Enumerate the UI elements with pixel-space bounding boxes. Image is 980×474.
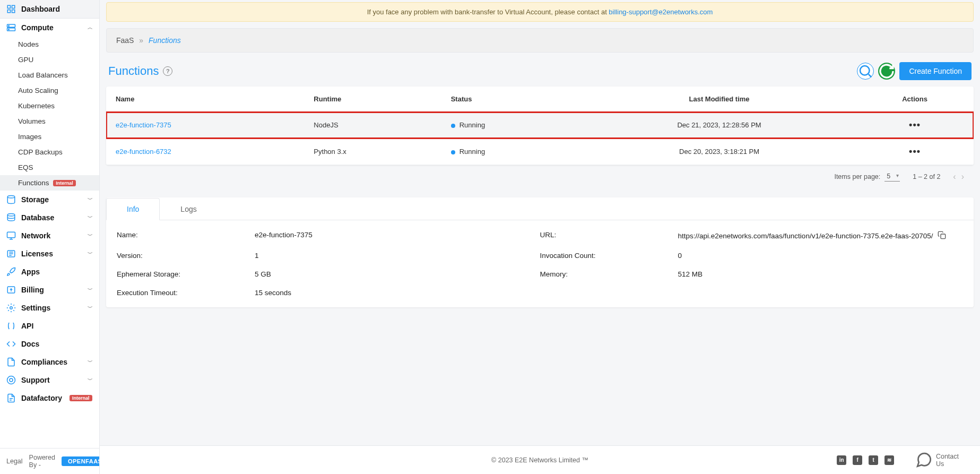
copy-icon[interactable] <box>938 231 946 241</box>
sidebar-item-compute[interactable]: Compute ︿ <box>0 19 99 37</box>
tab-logs[interactable]: Logs <box>160 198 217 220</box>
sidebar-settings-label: Settings <box>21 304 50 312</box>
svg-point-9 <box>7 214 15 217</box>
sidebar-apps-label: Apps <box>21 268 40 276</box>
sidebar-item-compliances[interactable]: Compliances ﹀ <box>0 353 99 371</box>
svg-rect-2 <box>7 10 10 13</box>
tab-info[interactable]: Info <box>106 198 160 220</box>
detail-name-label: Name: <box>117 231 255 241</box>
items-per-page-select[interactable]: 5 <box>884 171 900 182</box>
breadcrumb-root[interactable]: FaaS <box>116 36 134 45</box>
sidebar-item-docs[interactable]: Docs <box>0 335 99 353</box>
license-icon <box>6 249 16 258</box>
chevron-up-icon: ︿ <box>88 24 93 31</box>
status-dot-icon <box>451 150 455 154</box>
sidebar-docs-label: Docs <box>21 340 39 348</box>
sidebar-datafactory-label: Datafactory <box>21 394 62 402</box>
facebook-icon[interactable]: f <box>853 455 862 465</box>
sidebar-compute-label: Compute <box>21 23 54 32</box>
chevron-down-icon: ﹀ <box>88 214 93 221</box>
file-icon <box>6 357 16 367</box>
row-actions-menu[interactable]: ••• <box>909 146 921 157</box>
sidebar-item-datafactory[interactable]: Datafactory Internal <box>0 389 99 407</box>
sidebar-item-network[interactable]: Network ﹀ <box>0 227 99 245</box>
table-row[interactable]: e2e-function-7375 NodeJS Running Dec 21,… <box>106 112 974 139</box>
sidebar-sub-nodes[interactable]: Nodes <box>0 37 99 52</box>
legal-link[interactable]: Legal <box>6 458 23 465</box>
detail-invocation-label: Invocation Count: <box>540 252 678 260</box>
sidebar-item-settings[interactable]: Settings ﹀ <box>0 299 99 317</box>
sidebar-footer: Legal Powered By - OPENFAAS <box>0 448 99 474</box>
row-actions-menu[interactable]: ••• <box>909 119 921 130</box>
function-name-link[interactable]: e2e-function-6732 <box>116 148 171 156</box>
contact-us-link[interactable]: Contact Us <box>915 451 959 469</box>
svg-rect-3 <box>12 10 15 13</box>
sidebar-sub-autoscaling[interactable]: Auto Scaling <box>0 83 99 98</box>
sidebar-sub-volumes[interactable]: Volumes <box>0 114 99 129</box>
contact-us-label: Contact Us <box>936 453 959 468</box>
svg-rect-10 <box>7 232 15 238</box>
runtime-cell: Python 3.x <box>304 139 441 165</box>
detail-timeout-label: Execution Timeout: <box>117 289 255 297</box>
pagination: Items per page: 5 1 – 2 of 2 ‹ › <box>106 165 974 188</box>
sidebar-support-label: Support <box>21 376 50 384</box>
chevron-down-icon: ﹀ <box>88 304 93 312</box>
notice-email-link[interactable]: billing-support@e2enetworks.com <box>609 8 713 16</box>
openfaas-label: OPENFAAS <box>68 458 100 464</box>
notice-text: If you face any problem with bank-transf… <box>367 8 609 16</box>
code-icon <box>6 339 16 349</box>
page-title: Functions <box>108 64 159 78</box>
functions-table: Name Runtime Status Last Modified time A… <box>106 87 974 165</box>
dashboard-icon <box>6 4 16 14</box>
function-name-link[interactable]: e2e-function-7375 <box>116 121 171 129</box>
sidebar-item-support[interactable]: Support ﹀ <box>0 371 99 389</box>
sidebar-licenses-label: Licenses <box>21 249 53 258</box>
billing-icon <box>6 285 16 295</box>
sidebar-item-database[interactable]: Database ﹀ <box>0 209 99 227</box>
svg-point-15 <box>10 378 13 382</box>
create-function-button[interactable]: Create Function <box>899 62 972 80</box>
svg-point-13 <box>10 307 13 309</box>
datafactory-icon <box>6 393 16 403</box>
sidebar-sub-kubernetes[interactable]: Kubernetes <box>0 98 99 114</box>
th-runtime: Runtime <box>304 87 441 112</box>
modified-cell: Dec 21, 2023, 12:28:56 PM <box>583 112 856 139</box>
status-text: Running <box>459 148 485 156</box>
twitter-icon[interactable]: t <box>869 455 878 465</box>
refresh-button[interactable] <box>878 63 895 80</box>
detail-url-value[interactable]: https://api.e2enetworks.com/faas/functio… <box>678 232 933 240</box>
sidebar-sub-loadbalancers[interactable]: Load Balancers <box>0 67 99 83</box>
sidebar-sub-functions[interactable]: Functions Internal <box>0 175 99 191</box>
support-icon <box>6 375 16 385</box>
sidebar-sub-cdpbackups[interactable]: CDP Backups <box>0 144 99 160</box>
page-next-button[interactable]: › <box>961 172 964 182</box>
svg-rect-18 <box>941 234 946 239</box>
sidebar-database-label: Database <box>21 213 54 222</box>
openfaas-badge[interactable]: OPENFAAS <box>62 456 100 466</box>
page-prev-button[interactable]: ‹ <box>953 172 956 182</box>
sidebar-sub-eqs[interactable]: EQS <box>0 160 99 175</box>
svg-point-6 <box>8 25 10 27</box>
server-icon <box>6 23 16 32</box>
sidebar-sub-images[interactable]: Images <box>0 129 99 144</box>
sidebar-item-dashboard[interactable]: Dashboard <box>0 0 99 19</box>
help-icon[interactable]: ? <box>163 66 172 76</box>
sidebar-item-billing[interactable]: Billing ﹀ <box>0 281 99 299</box>
powered-by-label: Powered By - <box>29 454 55 469</box>
items-per-page-label: Items per page: <box>834 173 880 180</box>
sidebar-billing-label: Billing <box>21 286 44 294</box>
sidebar-item-storage[interactable]: Storage ﹀ <box>0 191 99 209</box>
table-row[interactable]: e2e-function-6732 Python 3.x Running Dec… <box>106 139 974 165</box>
sidebar-functions-label: Functions <box>18 179 49 187</box>
sidebar-item-licenses[interactable]: Licenses ﹀ <box>0 245 99 263</box>
chevron-down-icon: ﹀ <box>88 250 93 257</box>
detail-storage-value: 5 GB <box>255 270 540 278</box>
modified-cell: Dec 20, 2023, 3:18:21 PM <box>583 139 856 165</box>
sidebar-item-apps[interactable]: Apps <box>0 263 99 281</box>
sidebar-item-api[interactable]: API <box>0 317 99 335</box>
search-button[interactable] <box>857 63 874 80</box>
linkedin-icon[interactable]: in <box>837 455 846 465</box>
rss-icon[interactable]: ≋ <box>884 455 894 465</box>
sidebar-sub-gpu[interactable]: GPU <box>0 52 99 67</box>
breadcrumb-separator: » <box>139 36 143 45</box>
